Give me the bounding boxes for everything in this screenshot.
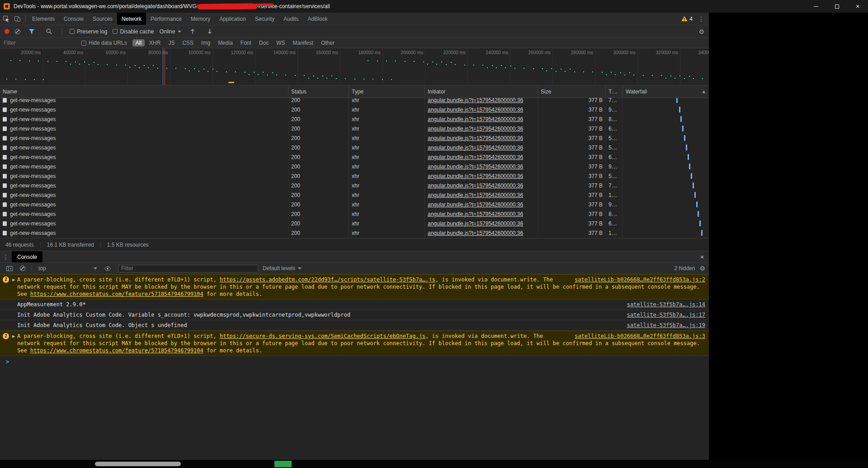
tab-sources[interactable]: Sources xyxy=(88,13,117,25)
preserve-log-checkbox[interactable]: Preserve log xyxy=(70,28,107,35)
initiator-link[interactable]: angular.bundle.js?t=1579542600000:36 xyxy=(428,220,523,227)
initiator-link[interactable]: angular.bundle.js?t=1579542600000:36 xyxy=(428,135,523,141)
filter-type-font[interactable]: Font xyxy=(237,39,255,47)
drawer-close-icon[interactable]: × xyxy=(695,253,709,261)
maximize-button[interactable] xyxy=(826,0,847,13)
console-message-link[interactable]: https://secure-ds.serving-sys.com/SemiCa… xyxy=(220,333,425,339)
console-filter-input[interactable] xyxy=(118,265,258,272)
import-har-icon[interactable] xyxy=(187,25,198,37)
column-header-size[interactable]: Size xyxy=(538,85,606,98)
tab-adblock[interactable]: AdBlock xyxy=(303,13,332,25)
filter-type-doc[interactable]: Doc xyxy=(256,39,272,47)
console-prompt[interactable]: > xyxy=(0,356,709,365)
network-request-row[interactable]: get-new-messages200xhrangular.bundle.js?… xyxy=(0,114,709,124)
network-request-row[interactable]: get-new-messages200xhrangular.bundle.js?… xyxy=(0,181,709,190)
network-request-row[interactable]: get-new-messages200xhrangular.bundle.js?… xyxy=(0,228,709,238)
close-button[interactable]: × xyxy=(847,0,868,13)
network-request-row[interactable]: get-new-messages200xhrangular.bundle.js?… xyxy=(0,124,709,133)
throttling-select[interactable]: Online xyxy=(160,28,182,35)
console-source-link[interactable]: satellite-53f5b7a….js:17 xyxy=(627,311,705,318)
initiator-link[interactable]: angular.bundle.js?t=1579542600000:36 xyxy=(428,145,523,151)
initiator-link[interactable]: angular.bundle.js?t=1579542600000:36 xyxy=(428,173,523,179)
console-source-link[interactable]: satellite-53f5b7a….js:19 xyxy=(627,322,705,329)
network-request-row[interactable]: get-new-messages200xhrangular.bundle.js?… xyxy=(0,171,709,181)
expand-triangle-icon[interactable] xyxy=(12,333,15,340)
device-toolbar-icon[interactable] xyxy=(12,13,24,25)
expand-triangle-icon[interactable] xyxy=(12,276,15,284)
filter-type-xhr[interactable]: XHR xyxy=(146,39,164,47)
devtools-menu-icon[interactable]: ⋮ xyxy=(698,15,704,23)
network-request-row[interactable]: get-new-messages200xhrangular.bundle.js?… xyxy=(0,190,709,200)
column-header-type[interactable]: Type xyxy=(349,85,425,98)
network-request-row[interactable]: get-new-messages200xhrangular.bundle.js?… xyxy=(0,200,709,209)
filter-type-css[interactable]: CSS xyxy=(179,39,197,47)
live-expression-eye-icon[interactable] xyxy=(102,263,113,274)
column-header-status[interactable]: Status xyxy=(288,85,349,98)
initiator-link[interactable]: angular.bundle.js?t=1579542600000:36 xyxy=(428,154,523,160)
record-network-log-button[interactable] xyxy=(5,29,9,34)
timeline-overview[interactable]: 20000 ms40000 ms60000 ms80000 ms100000 m… xyxy=(0,48,709,85)
initiator-link[interactable]: angular.bundle.js?t=1579542600000:36 xyxy=(428,230,523,236)
tab-security[interactable]: Security xyxy=(250,13,279,25)
tab-network[interactable]: Network xyxy=(117,13,146,25)
hide-data-urls-checkbox[interactable]: Hide data URLs xyxy=(81,40,127,46)
network-request-row[interactable]: get-new-messages200xhrangular.bundle.js?… xyxy=(0,105,709,114)
tab-audits[interactable]: Audits xyxy=(279,13,303,25)
tab-elements[interactable]: Elements xyxy=(28,13,59,25)
initiator-link[interactable]: angular.bundle.js?t=1579542600000:36 xyxy=(428,107,523,113)
execution-context-select[interactable]: top xyxy=(38,265,97,271)
log-levels-select[interactable]: Default levels xyxy=(263,265,302,271)
console-message-link[interactable]: https://www.chromestatus.com/feature/571… xyxy=(30,291,203,297)
tab-console-drawer[interactable]: Console xyxy=(12,251,42,262)
filter-type-other[interactable]: Other xyxy=(318,39,338,47)
drawer-menu-icon[interactable]: ⋮ xyxy=(0,253,12,261)
initiator-link[interactable]: angular.bundle.js?t=1579542600000:36 xyxy=(428,116,523,122)
tab-console[interactable]: Console xyxy=(59,13,88,25)
initiator-link[interactable]: angular.bundle.js?t=1579542600000:36 xyxy=(428,126,523,132)
minimize-button[interactable] xyxy=(806,0,826,13)
filter-type-img[interactable]: Img xyxy=(198,39,213,47)
inspect-element-icon[interactable] xyxy=(0,13,12,25)
filter-type-manifest[interactable]: Manifest xyxy=(290,39,316,47)
console-source-link[interactable]: satelliteLib-b026668…0e2ff63ffd853a.js:3 xyxy=(575,332,705,340)
console-message-link[interactable]: https://www.chromestatus.com/feature/571… xyxy=(30,347,203,354)
initiator-link[interactable]: angular.bundle.js?t=1579542600000:36 xyxy=(428,201,523,208)
initiator-link[interactable]: angular.bundle.js?t=1579542600000:36 xyxy=(428,164,523,170)
console-message-link[interactable]: https://assets.adobedtm.com/22dd93f…/scr… xyxy=(220,276,435,283)
search-icon[interactable] xyxy=(43,25,55,37)
tab-memory[interactable]: Memory xyxy=(186,13,215,25)
filter-type-js[interactable]: JS xyxy=(165,39,178,47)
tab-application[interactable]: Application xyxy=(215,13,250,25)
console-settings-gear-icon[interactable]: ⚙ xyxy=(699,265,705,272)
initiator-link[interactable]: angular.bundle.js?t=1579542600000:36 xyxy=(428,183,523,189)
export-har-icon[interactable] xyxy=(204,25,216,37)
tab-performance[interactable]: Performance xyxy=(146,13,186,25)
clear-console-icon[interactable] xyxy=(20,266,25,271)
network-request-row[interactable]: get-new-messages200xhrangular.bundle.js?… xyxy=(0,209,709,219)
network-request-row[interactable]: get-new-messages200xhrangular.bundle.js?… xyxy=(0,98,709,105)
column-header-initiator[interactable]: Initiator xyxy=(425,85,538,98)
network-request-row[interactable]: get-new-messages200xhrangular.bundle.js?… xyxy=(0,152,709,162)
clear-network-log-icon[interactable] xyxy=(15,29,20,34)
column-header-t[interactable]: T… xyxy=(606,85,623,98)
network-request-row[interactable]: get-new-messages200xhrangular.bundle.js?… xyxy=(0,162,709,171)
console-source-link[interactable]: satellite-53f5b7a….js:14 xyxy=(627,301,705,308)
filter-type-media[interactable]: Media xyxy=(215,39,236,47)
column-header-waterfall[interactable]: Waterfall▲ xyxy=(623,85,709,98)
initiator-link[interactable]: angular.bundle.js?t=1579542600000:36 xyxy=(428,211,523,217)
console-source-link[interactable]: satelliteLib-b026668…0e2ff63ffd853a.js:2 xyxy=(575,276,705,283)
initiator-link[interactable]: angular.bundle.js?t=1579542600000:36 xyxy=(428,192,523,198)
network-request-row[interactable]: get-new-messages200xhrangular.bundle.js?… xyxy=(0,133,709,143)
warnings-badge[interactable]: 4 xyxy=(681,16,693,22)
console-sidebar-icon[interactable] xyxy=(4,263,15,274)
column-header-name[interactable]: Name xyxy=(0,85,288,98)
network-request-row[interactable]: get-new-messages200xhrangular.bundle.js?… xyxy=(0,219,709,228)
initiator-link[interactable]: angular.bundle.js?t=1579542600000:36 xyxy=(428,98,523,103)
network-request-row[interactable]: get-new-messages200xhrangular.bundle.js?… xyxy=(0,143,709,152)
network-settings-gear-icon[interactable]: ⚙ xyxy=(698,28,704,35)
disable-cache-checkbox[interactable]: Disable cache xyxy=(113,28,154,35)
filter-funnel-icon[interactable] xyxy=(26,25,38,37)
filter-type-all[interactable]: All xyxy=(132,39,145,47)
network-filter-input[interactable] xyxy=(4,40,76,46)
filter-type-ws[interactable]: WS xyxy=(273,39,288,47)
